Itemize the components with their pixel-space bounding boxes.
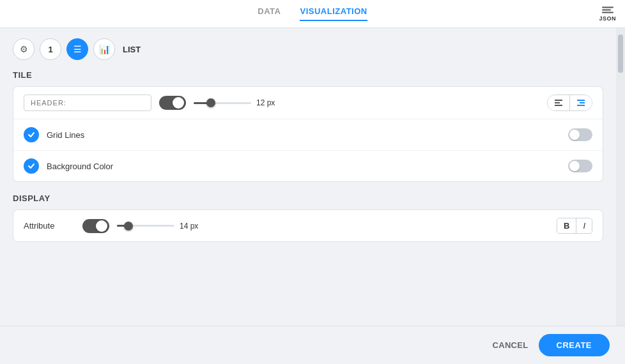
attribute-slider-thumb[interactable]	[124, 222, 133, 231]
tabs-center: DATA VISUALIZATION	[258, 6, 367, 21]
checkmark-icon	[27, 131, 35, 139]
scrollbar-thumb[interactable]	[618, 34, 623, 73]
italic-button[interactable]: I	[576, 218, 592, 233]
tab-bar: DATA VISUALIZATION JSON	[0, 0, 625, 28]
list-label: LIST	[123, 45, 141, 54]
align-buttons	[547, 95, 592, 111]
content-area: ⚙ 1 ☰ 📊 LIST TILE	[0, 28, 625, 326]
header-slider-track	[194, 102, 251, 104]
attribute-toggle-knob	[96, 220, 107, 232]
display-section-title: DISPLAY	[13, 193, 603, 203]
grid-lines-label: Grid Lines	[47, 130, 560, 140]
settings-icon-btn[interactable]: ⚙	[13, 38, 35, 60]
settings-icon: ⚙	[20, 44, 28, 54]
display-card: Attribute 14 px B I	[13, 209, 603, 242]
tile-card: 12 px	[13, 86, 603, 182]
align-right-icon	[576, 98, 585, 107]
tab-visualization[interactable]: VISUALIZATION	[300, 6, 367, 21]
background-color-toggle[interactable]	[568, 160, 592, 172]
header-input[interactable]	[24, 95, 151, 111]
background-color-label: Background Color	[47, 162, 560, 171]
background-color-check[interactable]	[24, 158, 39, 174]
cancel-button[interactable]: CANCEL	[493, 340, 529, 350]
bg-toggle-knob	[569, 161, 580, 171]
tile-section-title: TILE	[13, 70, 603, 80]
scrollbar-track[interactable]	[616, 28, 625, 326]
svg-rect-0	[555, 100, 562, 101]
icon-bar: ⚙ 1 ☰ 📊 LIST	[13, 38, 603, 60]
grid-lines-row: Grid Lines	[13, 119, 603, 151]
list-icon: ☰	[73, 44, 82, 54]
number-label: 1	[48, 45, 52, 54]
attribute-row: Attribute 14 px B I	[13, 210, 603, 241]
svg-rect-5	[577, 105, 585, 106]
svg-rect-4	[580, 102, 585, 103]
bar-chart-icon: 📊	[99, 44, 110, 54]
attribute-label: Attribute	[24, 221, 75, 231]
json-lines-icon	[602, 6, 613, 14]
attribute-slider-track	[117, 225, 174, 227]
create-button[interactable]: CREATE	[539, 334, 610, 356]
bold-button[interactable]: B	[557, 218, 576, 233]
bar-chart-icon-btn[interactable]: 📊	[93, 38, 115, 60]
tile-header-row: 12 px	[13, 87, 603, 119]
background-color-row: Background Color	[13, 151, 603, 181]
align-right-button[interactable]	[569, 95, 592, 110]
align-left-button[interactable]	[548, 95, 569, 110]
header-slider-thumb[interactable]	[206, 98, 215, 107]
header-toggle-dark[interactable]	[159, 96, 186, 110]
bg-checkmark-icon	[27, 162, 35, 170]
attribute-toggle-dark[interactable]	[82, 219, 109, 233]
grid-lines-toggle[interactable]	[568, 128, 592, 141]
format-buttons: B I	[557, 218, 592, 234]
json-label: JSON	[599, 15, 616, 21]
attribute-slider-container: 14 px	[117, 222, 549, 231]
header-slider-value: 12 px	[256, 98, 277, 107]
number-icon-btn[interactable]: 1	[40, 38, 61, 60]
list-icon-btn[interactable]: ☰	[66, 38, 88, 60]
header-toggle-knob	[173, 97, 184, 109]
svg-rect-1	[555, 102, 560, 103]
svg-rect-3	[577, 100, 585, 101]
align-left-icon	[554, 98, 563, 107]
header-slider-container: 12 px	[194, 98, 539, 107]
grid-lines-toggle-knob	[569, 130, 580, 140]
footer: CANCEL CREATE	[0, 326, 625, 364]
json-button[interactable]: JSON	[599, 6, 616, 21]
attribute-slider-value: 14 px	[180, 222, 200, 231]
tab-data[interactable]: DATA	[258, 6, 281, 21]
grid-lines-check[interactable]	[24, 127, 39, 142]
svg-rect-2	[555, 105, 562, 106]
main-panel: ⚙ 1 ☰ 📊 LIST TILE	[0, 28, 616, 326]
